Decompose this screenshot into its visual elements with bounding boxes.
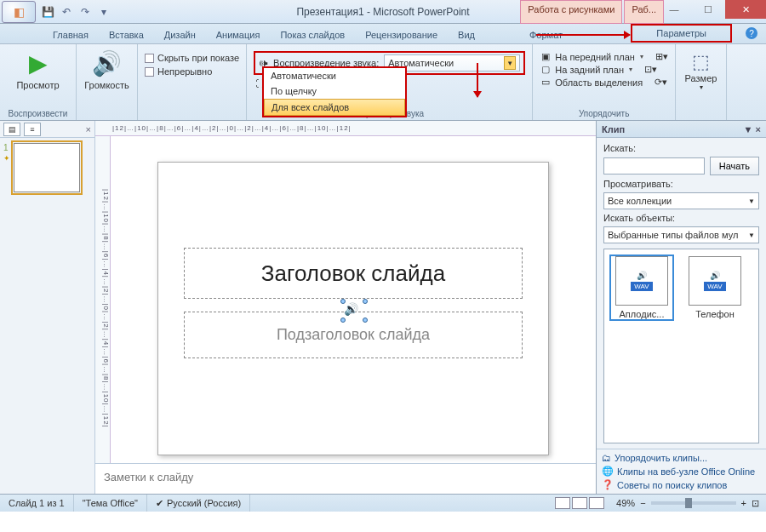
- playback-dropdown: Автоматически По щелчку Для всех слайдов: [262, 66, 407, 117]
- size-icon: ⬚: [692, 51, 710, 73]
- selection-pane[interactable]: ▭Область выделения ⟳▾: [540, 77, 668, 88]
- rotate-icon[interactable]: ⟳▾: [655, 77, 667, 88]
- title-bar: ◧ 💾 ↶ ↷ ▾ Презентация1 - Microsoft Power…: [0, 0, 766, 24]
- send-to-back[interactable]: ▢На задний план▾ ⊡▾: [540, 64, 668, 75]
- slide-stage[interactable]: Заголовок слайда Подзаголовок слайда: [111, 136, 596, 463]
- undo-icon[interactable]: ↶: [60, 5, 73, 19]
- sound-object[interactable]: [344, 302, 364, 319]
- ruler-vertical: |12|…|10|…|8|…|6|…|4|…|2|…|0|…|2|…|4|…|6…: [95, 136, 111, 463]
- search-label: Искать:: [603, 143, 759, 153]
- redo-icon[interactable]: ↷: [78, 5, 92, 19]
- clip-close-icon[interactable]: ×: [756, 124, 761, 134]
- editor-area: |12|…|10|…|8|…|6|…|4|…|2|…|0|…|2|…|4|…|6…: [95, 121, 596, 494]
- preview-button[interactable]: ▶ Просмотр: [7, 48, 69, 92]
- clip-pane: Клип ▼ × Искать: Начать Просматривать: В…: [596, 121, 766, 494]
- size-label: Размер: [685, 73, 717, 83]
- globe-icon: 🌐: [602, 466, 614, 477]
- bring-to-front[interactable]: ▣На передний план▾ ⊞▾: [540, 51, 668, 62]
- clip-results: 🔊WAV Аплодис... 🔊WAV Телефон: [603, 249, 759, 443]
- tab-design[interactable]: Дизайн: [154, 26, 206, 43]
- search-tips-link[interactable]: ❓Советы по поиску клипов: [602, 479, 761, 490]
- office-online-link[interactable]: 🌐Клипы на веб-узле Office Online: [602, 466, 761, 477]
- group-play: Воспроизвести: [7, 107, 69, 118]
- tab-insert[interactable]: Вставка: [99, 26, 154, 43]
- tab-options[interactable]: Параметры: [631, 24, 732, 43]
- organize-clips-link[interactable]: 🗂Упорядочить клипы...: [602, 453, 761, 463]
- tab-home[interactable]: Главная: [43, 26, 99, 43]
- search-input[interactable]: [603, 157, 705, 174]
- browse-select[interactable]: Все коллекции▼: [603, 192, 759, 209]
- sound-badge-icon: ✦: [3, 154, 10, 163]
- window-title: Презентация1 - Microsoft PowerPoint: [296, 6, 469, 18]
- chevron-down-icon[interactable]: ▼: [504, 56, 516, 70]
- tab-animation[interactable]: Анимация: [206, 26, 271, 43]
- group-icon[interactable]: ⊡▾: [644, 64, 657, 75]
- normal-view-button[interactable]: [555, 497, 570, 509]
- clip-header: Клип: [602, 124, 625, 134]
- save-icon[interactable]: 💾: [41, 5, 54, 19]
- zoom-out-button[interactable]: −: [640, 498, 645, 508]
- view-buttons: [550, 497, 609, 509]
- notes-pane[interactable]: Заметки к слайду: [95, 463, 596, 494]
- minimize-button[interactable]: —: [657, 0, 691, 19]
- align-icon[interactable]: ⊞▾: [655, 51, 668, 62]
- contextual-tab-picture-tools[interactable]: Работа с рисунками: [520, 0, 622, 24]
- slides-pane: ▤ ≡ × 1 ✦: [0, 121, 95, 494]
- selection-icon: ▭: [540, 77, 552, 88]
- objects-label: Искать объекты:: [603, 213, 759, 223]
- tab-review[interactable]: Рецензирование: [355, 26, 448, 43]
- clip-item-phone[interactable]: 🔊WAV Телефон: [684, 256, 746, 319]
- tab-view[interactable]: Вид: [448, 26, 485, 43]
- organize-icon: 🗂: [602, 453, 611, 463]
- zoom-slider[interactable]: [651, 501, 736, 505]
- chevron-down-icon: ▼: [748, 232, 755, 239]
- help-icon: ❓: [602, 479, 614, 490]
- office-button[interactable]: ◧: [2, 1, 36, 23]
- speaker-icon: 🔊: [92, 49, 122, 77]
- audio-icon: 🔊: [710, 271, 720, 280]
- browse-label: Просматривать:: [603, 179, 759, 189]
- sorter-view-button[interactable]: [572, 497, 587, 509]
- help-icon[interactable]: ?: [746, 27, 757, 39]
- objects-select[interactable]: Выбранные типы файлов мул▼: [603, 226, 759, 243]
- status-slide: Слайд 1 из 1: [0, 495, 74, 512]
- slides-tab[interactable]: ▤: [3, 123, 20, 136]
- quick-access-toolbar: 💾 ↶ ↷ ▾: [41, 5, 111, 19]
- zoom-in-button[interactable]: +: [741, 498, 746, 508]
- tab-slideshow[interactable]: Показ слайдов: [270, 26, 355, 43]
- search-go-button[interactable]: Начать: [710, 157, 759, 175]
- volume-label: Громкость: [84, 80, 129, 90]
- volume-button[interactable]: 🔊 Громкость: [83, 48, 130, 92]
- audio-icon: 🔊: [637, 271, 647, 280]
- clip-item-applause[interactable]: 🔊WAV Аплодис...: [611, 256, 672, 319]
- dropdown-opt-click[interactable]: По щелчку: [264, 83, 405, 99]
- ribbon-tabs: Главная Вставка Дизайн Анимация Показ сл…: [0, 24, 766, 44]
- size-button[interactable]: ⬚ Размер ▾: [683, 48, 719, 94]
- fit-window-button[interactable]: ⊡: [752, 498, 759, 509]
- maximize-button[interactable]: ☐: [691, 0, 725, 19]
- pane-close-icon[interactable]: ×: [86, 124, 91, 134]
- dropdown-opt-allslides[interactable]: Для всех слайдов: [264, 99, 405, 116]
- dropdown-opt-auto[interactable]: Автоматически: [264, 68, 405, 83]
- status-language[interactable]: ✔Русский (Россия): [147, 495, 250, 512]
- play-icon: ▶: [29, 49, 48, 77]
- loop-checkbox[interactable]: Непрерывно: [145, 66, 239, 77]
- status-theme: "Тема Office": [74, 495, 147, 512]
- zoom-value[interactable]: 49%: [616, 498, 635, 508]
- status-bar: Слайд 1 из 1 "Тема Office" ✔Русский (Рос…: [0, 494, 766, 512]
- preview-label: Просмотр: [16, 80, 59, 90]
- close-button[interactable]: ✕: [725, 0, 766, 19]
- hide-on-show-checkbox[interactable]: Скрыть при показе: [145, 53, 239, 63]
- annotation-arrow: [536, 34, 630, 36]
- front-icon: ▣: [540, 51, 552, 62]
- qat-more-icon[interactable]: ▾: [97, 5, 111, 19]
- spellcheck-icon: ✔: [156, 498, 163, 509]
- title-placeholder[interactable]: Заголовок слайда: [184, 248, 523, 299]
- slide-canvas[interactable]: Заголовок слайда Подзаголовок слайда: [157, 162, 549, 455]
- annotation-arrow: [477, 63, 478, 97]
- slideshow-view-button[interactable]: [589, 497, 604, 509]
- slide-thumbnail-1[interactable]: 1 ✦: [0, 138, 94, 197]
- outline-tab[interactable]: ≡: [24, 123, 41, 136]
- ruler-horizontal: |12|…|10|…|8|…|6|…|4|…|2|…|0|…|2|…|4|…|6…: [95, 121, 596, 136]
- clip-dropdown-icon[interactable]: ▼: [744, 124, 753, 134]
